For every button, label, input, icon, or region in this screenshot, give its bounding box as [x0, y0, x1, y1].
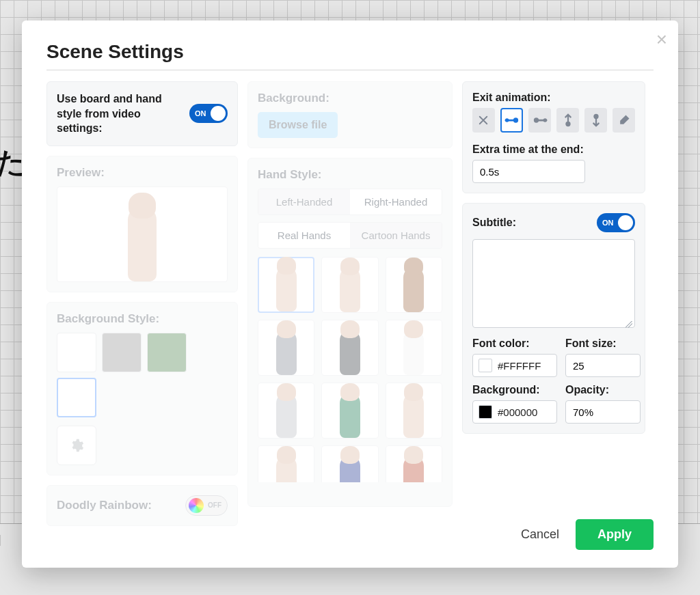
- opacity-input[interactable]: [566, 406, 641, 418]
- font-size-stepper[interactable]: +−: [565, 354, 641, 377]
- exit-none-icon[interactable]: [472, 108, 495, 133]
- tab-real-hands[interactable]: Real Hands: [258, 223, 350, 248]
- background-style-card: Background Style:: [46, 302, 238, 475]
- svg-point-1: [504, 118, 509, 122]
- exit-down-icon[interactable]: [584, 108, 607, 133]
- background-swatch[interactable]: [147, 333, 187, 372]
- cancel-button[interactable]: Cancel: [521, 527, 559, 542]
- exit-animation-options: [472, 108, 635, 133]
- exit-swipe-right-icon[interactable]: [528, 108, 551, 133]
- tab-right-handed[interactable]: Right-Handed: [350, 189, 442, 215]
- exit-animation-card: Exit animation: Extra time at the end: +…: [462, 81, 645, 193]
- font-color-field[interactable]: #FFFFFF: [472, 354, 557, 377]
- background-style-label: Background Style:: [57, 312, 228, 326]
- extra-time-input[interactable]: [473, 166, 585, 178]
- hand-option[interactable]: [258, 445, 314, 482]
- hand-option[interactable]: [258, 383, 314, 439]
- rainbow-icon: [189, 498, 204, 513]
- use-board-toggle[interactable]: ON: [189, 104, 228, 123]
- hand-type-tabs: Real Hands Cartoon Hands: [258, 222, 442, 249]
- hand-style-label: Hand Style:: [258, 168, 442, 182]
- exit-up-icon[interactable]: [556, 108, 579, 133]
- preview-box: [57, 186, 228, 282]
- extra-time-label: Extra time at the end:: [472, 143, 635, 156]
- hand-option[interactable]: [386, 383, 442, 439]
- subtitle-bg-value: #000000: [498, 406, 537, 418]
- preview-label: Preview:: [57, 166, 228, 180]
- svg-point-3: [543, 118, 547, 122]
- opacity-label: Opacity:: [565, 384, 641, 396]
- hand-option[interactable]: [321, 320, 378, 376]
- use-board-card: Use board and hand style from video sett…: [46, 81, 238, 146]
- background-label: Background:: [258, 92, 442, 105]
- background-swatch[interactable]: [102, 333, 142, 372]
- doodly-rainbow-label: Doodly Rainbow:: [57, 499, 152, 512]
- hand-option[interactable]: [386, 320, 442, 376]
- font-size-label: Font size:: [565, 337, 641, 350]
- font-size-input[interactable]: [566, 360, 641, 372]
- background-card: Background: Browse file: [247, 81, 453, 148]
- hand-option[interactable]: [386, 257, 442, 313]
- use-board-label: Use board and hand style from video sett…: [57, 92, 180, 136]
- subtitle-toggle[interactable]: ON: [597, 213, 635, 232]
- preview-card: Preview:: [46, 156, 238, 292]
- hand-option[interactable]: [386, 445, 442, 482]
- hand-style-card: Hand Style: Left-Handed Right-Handed Rea…: [247, 158, 453, 507]
- hand-option[interactable]: [258, 257, 314, 313]
- opacity-stepper[interactable]: +−: [565, 400, 641, 424]
- browse-file-button[interactable]: Browse file: [258, 112, 338, 138]
- tab-cartoon-hands[interactable]: Cartoon Hands: [350, 223, 442, 248]
- subtitle-bg-chip: [479, 405, 492, 419]
- hand-grid: [258, 257, 442, 482]
- extra-time-stepper[interactable]: +−: [472, 160, 585, 183]
- hand-option[interactable]: [321, 445, 378, 482]
- exit-erase-icon[interactable]: [612, 108, 635, 133]
- doodly-rainbow-toggle[interactable]: OFF: [185, 495, 228, 516]
- handedness-tabs: Left-Handed Right-Handed: [258, 189, 442, 215]
- exit-animation-label: Exit animation:: [472, 92, 635, 104]
- background-settings-button[interactable]: [57, 426, 96, 465]
- background-swatch[interactable]: [57, 378, 96, 417]
- apply-button[interactable]: Apply: [576, 519, 654, 550]
- subtitle-bg-field[interactable]: #000000: [472, 400, 557, 424]
- gear-icon: [69, 438, 84, 453]
- font-color-chip: [479, 359, 492, 372]
- subtitle-textarea[interactable]: [472, 239, 635, 328]
- subtitle-label: Subtitle:: [472, 217, 516, 229]
- font-color-value: #FFFFFF: [498, 360, 541, 372]
- hand-option[interactable]: [321, 257, 378, 313]
- hand-option[interactable]: [321, 383, 378, 439]
- exit-swipe-left-icon[interactable]: [500, 108, 523, 133]
- close-icon[interactable]: ×: [656, 29, 667, 51]
- subtitle-card: Subtitle: ON Font color: #FFFFFF: [462, 203, 645, 434]
- modal-title: Scene Settings: [46, 41, 654, 63]
- divider: [46, 70, 654, 70]
- background-swatch[interactable]: [57, 333, 96, 372]
- hand-option[interactable]: [258, 320, 314, 376]
- font-color-label: Font color:: [472, 337, 557, 350]
- scene-settings-modal: × Scene Settings Use board and hand styl…: [22, 20, 678, 568]
- tab-left-handed[interactable]: Left-Handed: [258, 189, 350, 215]
- subtitle-bg-label: Background:: [472, 384, 557, 396]
